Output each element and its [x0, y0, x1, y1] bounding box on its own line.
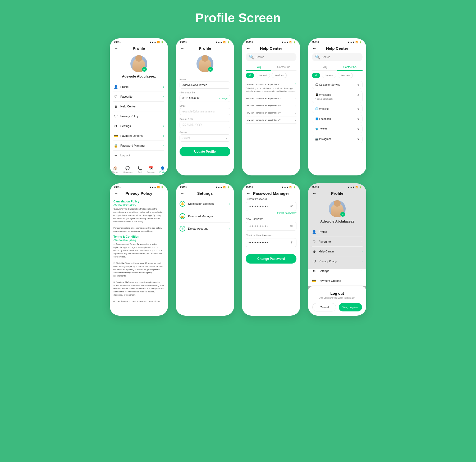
menu-item-favourite[interactable]: ♡ Favourite ›: [113, 92, 164, 102]
favourite-icon: ♡: [113, 94, 118, 99]
menu-item-privacy[interactable]: 🛡 Privacy Policy ›: [113, 111, 164, 121]
status-icons-7: ▲▲▲ 📶 🔋: [281, 186, 296, 188]
filter-services[interactable]: Services: [272, 73, 287, 78]
menu-item-help-8[interactable]: ⊕ Help Center ›: [312, 247, 363, 256]
back-arrow-2[interactable]: ←: [180, 46, 184, 51]
settings-notification[interactable]: 🔔 Notification Settings ›: [180, 198, 230, 210]
screen-header-3: ← Help Center: [242, 44, 300, 53]
help-icon-8: ⊕: [312, 249, 317, 254]
contact-website[interactable]: 🌐 Website ∨: [312, 105, 363, 113]
nav-home[interactable]: 🏠Home: [112, 166, 118, 173]
edit-badge-2[interactable]: ✏: [208, 67, 213, 72]
menu-label-password: Password Manager: [120, 144, 163, 147]
search-input-3[interactable]: [256, 56, 293, 58]
menu-item-profile-8[interactable]: 👤 Profile ›: [312, 227, 363, 237]
search-input-4[interactable]: [322, 56, 359, 58]
chevron-settings-8: ›: [361, 269, 363, 273]
menu-item-settings-8[interactable]: ⚙ Settings ›: [312, 266, 363, 276]
screen-privacy: 09:41 ▲▲▲ 📶 🔋 ← Privacy Policy Cancelati…: [110, 183, 168, 316]
menu-item-profile[interactable]: 👤 Profile ›: [113, 82, 164, 92]
faq-question-5[interactable]: How can I schedule an appointment? ∨: [246, 119, 296, 121]
nav-booking[interactable]: 📅Booking: [147, 166, 154, 173]
update-profile-button[interactable]: Update Profile: [180, 147, 230, 156]
chevron-profile-8: ›: [361, 230, 363, 233]
faq-question-3[interactable]: How can I schedule an appointment? ∨: [246, 104, 296, 107]
menu-item-fav-8[interactable]: ♡ Favourite ›: [312, 237, 363, 247]
privacy-icon-8: 🛡: [312, 259, 317, 264]
faq-question-4[interactable]: How can I schedule an appointment? ∨: [246, 111, 296, 114]
nav-profile-active[interactable]: 👤Profile: [159, 166, 166, 173]
chevron-notification: ›: [229, 202, 230, 205]
contact-customer-service[interactable]: 🎧 Customer Service ∨: [312, 81, 363, 89]
tab-contact-us[interactable]: Contact Us: [271, 64, 296, 70]
back-arrow-7[interactable]: ←: [246, 191, 250, 196]
input-phone[interactable]: 0810 666 6666 Change: [180, 95, 230, 102]
nav-messages[interactable]: 💬Messages: [123, 166, 132, 173]
new-pwd-input[interactable]: •••••••••••• 👁: [246, 222, 296, 231]
confirm-pwd-eye[interactable]: 👁: [290, 241, 294, 245]
contact-whatsapp[interactable]: 📱 Whatsapp ∧ • 0810 666 6666: [312, 91, 363, 103]
filter-services-4[interactable]: Services: [338, 73, 353, 78]
avatar-wrap-2: ✏: [196, 55, 213, 72]
avatar-wrap-1: ✏: [130, 55, 147, 72]
status-icons-2: ▲▲▲ 📶 🔋: [215, 41, 230, 43]
menu-item-help[interactable]: ⊕ Help Center ›: [113, 102, 164, 111]
back-arrow-3[interactable]: ←: [246, 46, 250, 51]
screen-content-5: Cancelation Policy Effective Date: [Date…: [110, 198, 168, 304]
cancel-logout-button[interactable]: Cancel: [312, 303, 336, 311]
change-password-button[interactable]: Change Password: [246, 254, 296, 264]
contact-instagram[interactable]: 📷 Instagram ∨: [312, 135, 363, 143]
edit-badge-8[interactable]: ✏: [340, 212, 345, 217]
contact-facebook[interactable]: 📘 Facebook ∨: [312, 115, 363, 123]
back-arrow-5[interactable]: ←: [114, 191, 118, 196]
tab-contact-us-4[interactable]: Contact Us: [337, 64, 363, 71]
filter-all-4[interactable]: All: [312, 73, 320, 78]
new-pwd-eye[interactable]: 👁: [290, 224, 294, 228]
menu-item-payment[interactable]: 💳 Payment Options ›: [113, 131, 164, 141]
screen-content-7: Current Password •••••••••••• 👁 Forgot P…: [242, 198, 300, 316]
contact-twitter[interactable]: 🐦 Twitter ∨: [312, 125, 363, 133]
back-arrow-8[interactable]: ←: [312, 191, 317, 196]
status-time-4: 09:41: [312, 40, 319, 43]
current-pwd-input[interactable]: •••••••••••• 👁: [246, 202, 296, 211]
delete-icon: 🗑: [180, 226, 185, 232]
confirm-logout-button[interactable]: Yes, Log out: [339, 303, 362, 311]
cancellation-title: Cancelation Policy: [113, 200, 164, 203]
faq-item-1: How can I schedule an appointment? ∧ Sch…: [246, 81, 296, 95]
tab-faq[interactable]: FAQ: [246, 64, 271, 71]
back-arrow-1[interactable]: ←: [114, 46, 118, 51]
battery-icon-4: 🔋: [359, 41, 362, 43]
forgot-password-link[interactable]: Forgot Password?: [246, 212, 296, 214]
back-arrow-4[interactable]: ←: [312, 46, 317, 51]
battery-icon-7: 🔋: [293, 186, 296, 188]
chevron-favourite: ›: [163, 95, 164, 98]
edit-badge-1[interactable]: ✏: [142, 67, 147, 72]
input-name[interactable]: Adewole Abdulazeez: [180, 81, 230, 89]
profile-name-1: Adewole Abdulazeez: [122, 74, 156, 78]
back-arrow-6[interactable]: ←: [180, 191, 184, 196]
chevron-help-8: ›: [361, 250, 363, 253]
change-phone-btn[interactable]: Change: [219, 97, 227, 100]
confirm-pwd-input[interactable]: •••••••••••• 👁: [246, 238, 296, 247]
filter-general-4[interactable]: General: [322, 73, 336, 78]
tab-faq-4[interactable]: FAQ: [312, 64, 337, 70]
faq-question-2[interactable]: How can I schedule an appointment? ∨: [246, 97, 296, 100]
settings-password[interactable]: 🔒 Password Manager ›: [180, 210, 230, 223]
input-dob[interactable]: DD / MM / YYYY: [180, 121, 230, 128]
battery-icon-3: 🔋: [293, 41, 296, 43]
settings-delete[interactable]: 🗑 Delete Account ›: [180, 223, 230, 235]
input-email[interactable]: example@domainname.com: [180, 108, 230, 115]
menu-item-logout[interactable]: ↩ Log out ›: [113, 151, 164, 160]
screen-title-8: Profile: [331, 191, 344, 196]
filter-all[interactable]: All: [246, 73, 254, 78]
faq-question-1[interactable]: How can I schedule an appointment? ∧: [246, 83, 296, 85]
menu-item-password[interactable]: 🔒 Password Manager ›: [113, 141, 164, 151]
menu-item-privacy-8[interactable]: 🛡 Privacy Policy ›: [312, 256, 363, 266]
menu-item-payment-8[interactable]: 💳 Payment Options ›: [312, 276, 363, 286]
menu-item-settings[interactable]: ⚙ Settings ›: [113, 121, 164, 131]
filter-general[interactable]: General: [256, 73, 270, 78]
current-pwd-eye[interactable]: 👁: [290, 204, 294, 209]
input-gender[interactable]: Select ⌄: [180, 134, 230, 142]
menu-label-payment: Payment Options: [120, 134, 163, 137]
nav-call[interactable]: 📞Call: [138, 166, 142, 173]
